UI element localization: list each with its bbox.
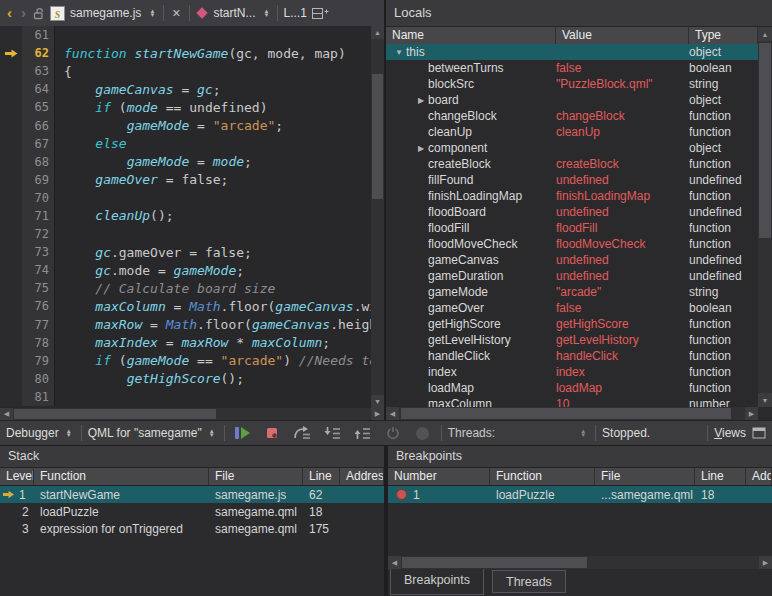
breakpoints-header-function[interactable]: Function — [490, 468, 595, 485]
line-number[interactable]: 63 — [22, 62, 55, 80]
scroll-left-icon[interactable]: ◀ — [386, 407, 399, 420]
scroll-down-icon[interactable]: ▼ — [371, 395, 384, 408]
locals-row-floodMoveCheck[interactable]: floodMoveCheckfloodMoveCheckfunction — [386, 236, 758, 252]
go-back-button[interactable]: ‹ — [5, 6, 14, 20]
line-number[interactable]: 76 — [22, 297, 55, 315]
code-line-76[interactable]: 76 maxColumn = Math.floor(gameCanvas.wid — [0, 297, 371, 315]
breakpoint-margin[interactable] — [0, 352, 22, 370]
locals-row-loadMap[interactable]: loadMaploadMapfunction — [386, 380, 758, 396]
breakpoint-margin[interactable] — [0, 80, 22, 98]
locals-header-name[interactable]: Name — [386, 27, 556, 44]
views-menu-button[interactable]: Views — [714, 426, 746, 440]
interrupt-debug-button[interactable] — [261, 423, 285, 443]
locals-horizontal-scrollbar[interactable]: ◀ ▶ — [386, 407, 758, 420]
line-number[interactable]: 70 — [22, 189, 55, 207]
breakpoint-margin[interactable] — [0, 388, 22, 406]
scroll-thumb[interactable] — [14, 409, 216, 419]
breakpoint-margin[interactable] — [0, 370, 22, 388]
document-selector-dropdown[interactable]: ▲▼ — [146, 9, 158, 18]
line-number[interactable]: 68 — [22, 153, 55, 171]
stack-header-file[interactable]: File — [209, 468, 303, 485]
editor-horizontal-scrollbar[interactable]: ◀ ▶ — [0, 408, 384, 420]
stack-frame-row-2[interactable]: 2loadPuzzlesamegame.qml18 — [0, 503, 384, 520]
dock-tab-threads[interactable]: Threads — [492, 570, 566, 593]
code-line-69[interactable]: 69 gameOver = false; — [0, 171, 371, 189]
breakpoint-margin[interactable] — [0, 189, 22, 207]
code-text[interactable]: gameOver = false; — [55, 172, 371, 187]
stack-header-function[interactable]: Function — [34, 468, 209, 485]
line-number[interactable]: 61 — [22, 26, 55, 44]
locals-row-floodFill[interactable]: floodFillfloodFillfunction — [386, 220, 758, 236]
scroll-right-icon[interactable]: ▶ — [759, 556, 772, 569]
scroll-thumb[interactable] — [401, 408, 731, 419]
code-text[interactable]: maxColumn = Math.floor(gameCanvas.wid — [55, 299, 371, 314]
breakpoint-margin[interactable] — [0, 153, 22, 171]
dock-window-icon[interactable] — [752, 427, 766, 439]
breakpoints-header-file[interactable]: File — [595, 468, 695, 485]
code-line-66[interactable]: 66 gameMode = "arcade"; — [0, 116, 371, 134]
locals-row-handleClick[interactable]: handleClickhandleClickfunction — [386, 348, 758, 364]
locals-row-betweenTurns[interactable]: betweenTurnsfalseboolean — [386, 60, 758, 76]
locals-row-gameOver[interactable]: gameOverfalseboolean — [386, 300, 758, 316]
scroll-right-icon[interactable]: ▶ — [745, 407, 758, 420]
locals-header-value[interactable]: Value — [556, 27, 689, 44]
line-number[interactable]: 80 — [22, 370, 55, 388]
scroll-thumb[interactable] — [402, 557, 587, 568]
breakpoint-margin[interactable] — [0, 316, 22, 334]
stack-header-address[interactable]: Address — [340, 468, 384, 485]
line-number[interactable]: 71 — [22, 207, 55, 225]
breakpoint-margin[interactable] — [0, 243, 22, 261]
locals-row-fillFound[interactable]: fillFoundundefinedundefined — [386, 172, 758, 188]
locals-row-component[interactable]: ▶componentobject — [386, 140, 758, 156]
line-number[interactable]: 78 — [22, 334, 55, 352]
code-line-61[interactable]: 61 — [0, 26, 371, 44]
scroll-up-icon[interactable]: ▲ — [371, 26, 384, 39]
scroll-up-icon[interactable]: ▲ — [758, 27, 772, 41]
threads-combobox[interactable]: ▲▼ — [501, 429, 589, 438]
locals-row-gameMode[interactable]: gameMode"arcade"string — [386, 284, 758, 300]
editor-vertical-scrollbar[interactable]: ▲ ▼ — [371, 26, 384, 408]
locals-row-gameCanvas[interactable]: gameCanvasundefinedundefined — [386, 252, 758, 268]
expander-expanded-icon[interactable]: ▼ — [392, 48, 406, 57]
code-text[interactable]: if (mode == undefined) — [55, 100, 371, 115]
line-number[interactable]: 72 — [22, 225, 55, 243]
breakpoint-margin[interactable] — [0, 225, 22, 243]
go-forward-button[interactable]: › — [19, 6, 28, 20]
locals-row-getLevelHistory[interactable]: getLevelHistorygetLevelHistoryfunction — [386, 332, 758, 348]
code-text[interactable]: getHighScore(); — [55, 371, 371, 386]
code-text[interactable]: else — [55, 136, 371, 151]
expander-collapsed-icon[interactable]: ▶ — [414, 96, 428, 105]
code-line-71[interactable]: 71 cleanUp(); — [0, 207, 371, 225]
stack-frame-row-3[interactable]: 3expression for onTriggeredsamegame.qml1… — [0, 520, 384, 537]
code-text[interactable]: gameMode = mode; — [55, 154, 371, 169]
code-text[interactable]: maxIndex = maxRow * maxColumn; — [55, 335, 371, 350]
line-number[interactable]: 77 — [22, 316, 55, 334]
breakpoint-margin[interactable] — [0, 261, 22, 279]
locals-row-changeBlock[interactable]: changeBlockchangeBlockfunction — [386, 108, 758, 124]
stack-frame-row-1[interactable]: 1startNewGamesamegame.js62 — [0, 486, 384, 503]
breakpoint-margin[interactable] — [0, 135, 22, 153]
breakpoints-header-number[interactable]: Number — [388, 468, 490, 485]
open-document-name[interactable]: samegame.js — [70, 6, 141, 20]
line-number[interactable]: 62 — [22, 44, 55, 62]
code-line-79[interactable]: 79 if (gameMode == "arcade") //Needs to — [0, 352, 371, 370]
code-text[interactable]: function startNewGame(gc, mode, map) — [55, 46, 371, 61]
locals-row-blockSrc[interactable]: blockSrc"PuzzleBlock.qml"string — [386, 76, 758, 92]
locals-row-finishLoadingMap[interactable]: finishLoadingMapfinishLoadingMapfunction — [386, 188, 758, 204]
code-text[interactable]: { — [55, 64, 371, 79]
close-document-button[interactable]: × — [169, 5, 183, 21]
code-editor[interactable]: 6162function startNewGame(gc, mode, map)… — [0, 26, 371, 408]
locals-row-this[interactable]: ▼thisobject — [386, 44, 758, 60]
code-line-75[interactable]: 75 // Calculate board size — [0, 279, 371, 297]
code-text[interactable]: if (gameMode == "arcade") //Needs to — [55, 353, 371, 368]
code-line-72[interactable]: 72 — [0, 225, 371, 243]
step-out-button[interactable] — [351, 423, 375, 443]
locals-row-index[interactable]: indexindexfunction — [386, 364, 758, 380]
split-editor-icon[interactable] — [312, 7, 329, 20]
line-number[interactable]: 74 — [22, 261, 55, 279]
breakpoint-margin[interactable] — [0, 279, 22, 297]
breakpoints-header-line[interactable]: Line — [695, 468, 746, 485]
locals-row-floodBoard[interactable]: floodBoardundefinedundefined — [386, 204, 758, 220]
line-number[interactable]: 66 — [22, 116, 55, 134]
code-line-74[interactable]: 74 gc.mode = gameMode; — [0, 261, 371, 279]
